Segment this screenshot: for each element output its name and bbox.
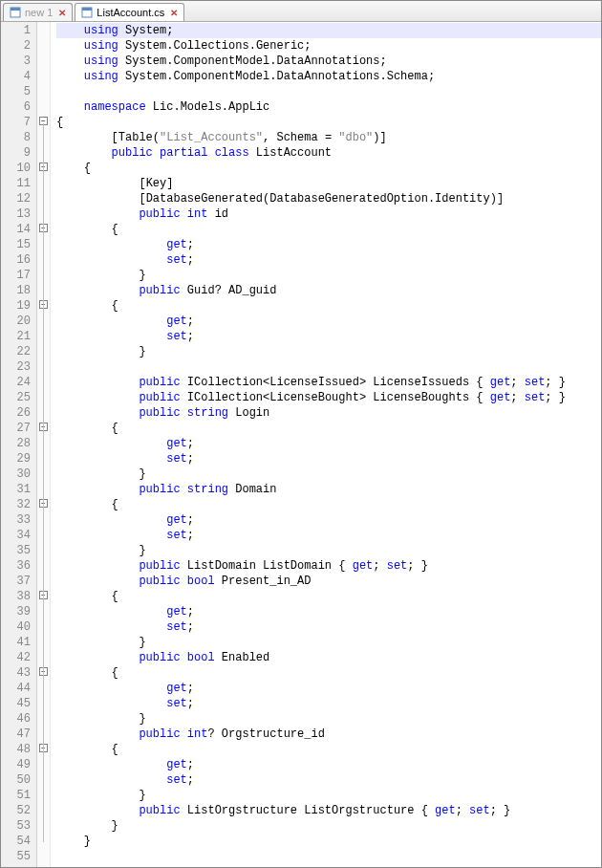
file-icon <box>10 7 21 18</box>
code-line[interactable]: [DatabaseGenerated(DatabaseGeneratedOpti… <box>56 191 601 206</box>
line-number: 14 <box>1 222 31 237</box>
line-number: 38 <box>1 589 31 604</box>
code-line[interactable]: { <box>56 298 601 314</box>
line-number: 20 <box>1 314 31 329</box>
line-number: 53 <box>1 818 31 834</box>
code-line[interactable]: get; <box>56 314 601 329</box>
code-line[interactable]: get; <box>56 757 601 772</box>
line-number: 13 <box>1 206 31 222</box>
code-line[interactable]: set; <box>56 772 601 788</box>
code-line[interactable]: using System.Collections.Generic; <box>56 38 601 54</box>
line-number: 30 <box>1 467 31 482</box>
code-line[interactable]: get; <box>56 237 601 252</box>
code-line[interactable] <box>56 84 601 99</box>
code-line[interactable]: { <box>56 421 601 436</box>
line-number: 8 <box>1 130 31 145</box>
code-line[interactable]: } <box>56 344 601 359</box>
code-line[interactable]: public int id <box>56 206 601 222</box>
code-line[interactable]: set; <box>56 252 601 268</box>
line-number: 34 <box>1 528 31 543</box>
line-number: 46 <box>1 711 31 727</box>
code-line[interactable]: [Key] <box>56 176 601 191</box>
code-line[interactable]: { <box>56 222 601 237</box>
code-line[interactable]: public ICollection<LicenseBought> Licens… <box>56 390 601 405</box>
line-number: 23 <box>1 359 31 375</box>
code-line[interactable] <box>56 359 601 375</box>
code-line[interactable]: } <box>56 543 601 558</box>
code-line[interactable]: set; <box>56 451 601 467</box>
line-number: 10 <box>1 161 31 176</box>
tab-0[interactable]: new 1✕ <box>3 3 73 21</box>
line-number: 49 <box>1 757 31 772</box>
code-line[interactable]: get; <box>56 512 601 528</box>
line-number: 50 <box>1 772 31 788</box>
line-number: 48 <box>1 742 31 757</box>
code-line[interactable]: get; <box>56 436 601 451</box>
code-line[interactable] <box>56 849 601 864</box>
code-line[interactable]: [Table("List_Accounts", Schema = "dbo")] <box>56 130 601 145</box>
line-number: 16 <box>1 252 31 268</box>
file-icon <box>81 7 93 18</box>
line-number: 22 <box>1 344 31 359</box>
line-number: 41 <box>1 635 31 650</box>
code-line[interactable]: public Guid? AD_guid <box>56 283 601 298</box>
line-number: 18 <box>1 283 31 298</box>
code-line[interactable]: { <box>56 161 601 176</box>
line-number: 2 <box>1 38 31 54</box>
code-line[interactable]: using System.ComponentModel.DataAnnotati… <box>56 69 601 84</box>
fold-column: −−−−−−−−− <box>37 22 51 867</box>
line-number: 39 <box>1 604 31 619</box>
code-line[interactable]: public ICollection<LicenseIssued> Licens… <box>56 375 601 390</box>
line-number: 42 <box>1 650 31 665</box>
line-number: 43 <box>1 665 31 681</box>
code-line[interactable]: using System; <box>56 23 601 38</box>
line-number: 35 <box>1 543 31 558</box>
code-line[interactable]: } <box>56 818 601 834</box>
code-line[interactable]: public partial class ListAccount <box>56 145 601 161</box>
close-icon[interactable]: ✕ <box>58 8 66 18</box>
code-line[interactable]: } <box>56 268 601 283</box>
code-line[interactable]: namespace Lic.Models.AppLic <box>56 99 601 115</box>
line-number: 12 <box>1 191 31 206</box>
code-line[interactable]: public string Login <box>56 405 601 421</box>
line-number: 36 <box>1 558 31 574</box>
line-number: 44 <box>1 681 31 696</box>
tab-1[interactable]: ListAccount.cs✕ <box>75 3 184 21</box>
code-line[interactable]: } <box>56 788 601 803</box>
code-line[interactable]: { <box>56 497 601 512</box>
code-line[interactable]: set; <box>56 528 601 543</box>
line-number: 54 <box>1 834 31 849</box>
line-number: 37 <box>1 574 31 589</box>
line-number: 33 <box>1 512 31 528</box>
code-line[interactable]: } <box>56 834 601 849</box>
svg-rect-3 <box>82 8 92 11</box>
line-number: 32 <box>1 497 31 512</box>
line-number: 4 <box>1 69 31 84</box>
line-number: 51 <box>1 788 31 803</box>
code-line[interactable]: set; <box>56 619 601 635</box>
code-line[interactable]: public bool Enabled <box>56 650 601 665</box>
code-line[interactable]: { <box>56 115 601 130</box>
code-line[interactable]: using System.ComponentModel.DataAnnotati… <box>56 54 601 69</box>
code-line[interactable]: get; <box>56 681 601 696</box>
line-number: 15 <box>1 237 31 252</box>
code-line[interactable]: set; <box>56 696 601 711</box>
line-number: 11 <box>1 176 31 191</box>
code-line[interactable]: } <box>56 711 601 727</box>
code-line[interactable]: public bool Present_in_AD <box>56 574 601 589</box>
tab-bar: new 1✕ListAccount.cs✕ <box>1 1 601 22</box>
code-line[interactable]: { <box>56 665 601 681</box>
code-line[interactable]: { <box>56 589 601 604</box>
code-line[interactable]: get; <box>56 604 601 619</box>
code-line[interactable]: } <box>56 635 601 650</box>
code-editor[interactable]: 1234567891011121314151617181920212223242… <box>1 22 601 867</box>
code-line[interactable]: public string Domain <box>56 482 601 497</box>
code-line[interactable]: public ListOrgstructure ListOrgstructure… <box>56 803 601 818</box>
close-icon[interactable]: ✕ <box>170 8 178 18</box>
code-line[interactable]: { <box>56 742 601 757</box>
code-line[interactable]: public int? Orgstructure_id <box>56 727 601 742</box>
code-line[interactable]: } <box>56 467 601 482</box>
code-line[interactable]: public ListDomain ListDomain { get; set;… <box>56 558 601 574</box>
code-area[interactable]: using System; using System.Collections.G… <box>51 22 601 867</box>
code-line[interactable]: set; <box>56 329 601 344</box>
